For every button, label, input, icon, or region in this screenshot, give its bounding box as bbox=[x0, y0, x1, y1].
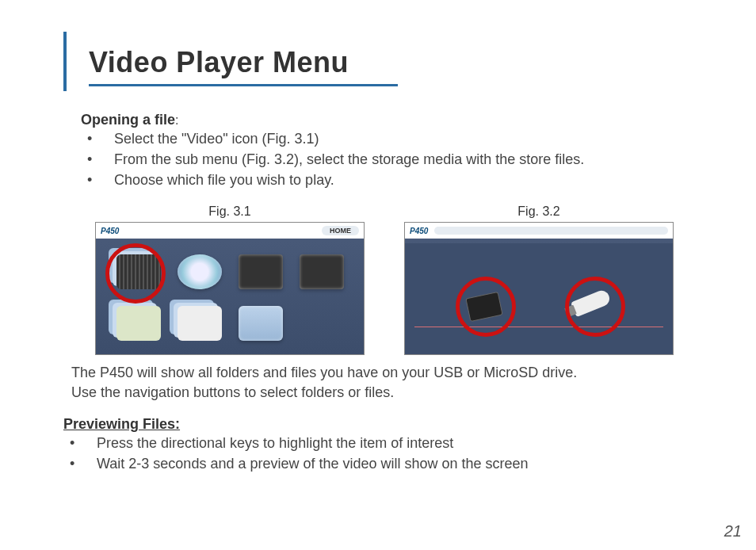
connector-icon bbox=[300, 254, 344, 289]
device-logo: P450 bbox=[101, 227, 119, 235]
opening-section: Opening a file: Select the "Video" icon … bbox=[63, 112, 708, 190]
preview-bullets: Press the directional keys to highlight … bbox=[63, 433, 708, 474]
post-figure-text: The P450 will show all folders and files… bbox=[63, 363, 708, 403]
list-item: Choose which file you wish to play. bbox=[87, 170, 708, 190]
opening-heading-suffix: : bbox=[175, 113, 178, 127]
fig-caption: Fig. 3.1 bbox=[208, 204, 250, 219]
fig-header-bar: P450 HOME bbox=[96, 223, 364, 239]
opening-heading-line: Opening a file: bbox=[81, 112, 708, 128]
music-icon bbox=[178, 254, 222, 289]
preview-heading: Previewing Files: bbox=[63, 416, 708, 433]
body-text-line: Use the navigation buttons to select fol… bbox=[71, 383, 708, 403]
microsd-icon bbox=[465, 292, 502, 322]
fig-3-2-screenshot: P450 bbox=[404, 222, 674, 355]
usb-icon bbox=[571, 288, 612, 317]
list-item: Select the "Video" icon (Fig. 3.1) bbox=[87, 128, 708, 149]
page-number: 21 bbox=[724, 522, 742, 540]
floor-line bbox=[414, 327, 663, 327]
storage-select-body bbox=[405, 243, 673, 354]
opening-heading: Opening a file bbox=[81, 112, 175, 128]
video-icon bbox=[116, 254, 161, 289]
document-icon bbox=[178, 306, 222, 341]
cable-icon bbox=[239, 254, 283, 289]
figures-row: Fig. 3.1 P450 HOME bbox=[63, 204, 708, 355]
list-item: From the sub menu (Fig. 3.2), select the… bbox=[87, 149, 708, 170]
body-text-line: The P450 will show all folders and files… bbox=[71, 363, 708, 383]
opening-bullets: Select the "Video" icon (Fig. 3.1) From … bbox=[81, 128, 708, 190]
list-item: Press the directional keys to highlight … bbox=[70, 433, 708, 453]
fig-3-1-screenshot: P450 HOME bbox=[95, 222, 365, 355]
home-pill: HOME bbox=[322, 226, 359, 235]
title-block: Video Player Menu bbox=[63, 32, 708, 91]
preview-section: Previewing Files: Press the directional … bbox=[63, 416, 708, 474]
page-title: Video Player Menu bbox=[89, 46, 708, 79]
list-item: Wait 2-3 seconds and a preview of the vi… bbox=[70, 453, 708, 474]
figure-3-1: Fig. 3.1 P450 HOME bbox=[95, 204, 365, 355]
device-logo: P450 bbox=[410, 227, 428, 235]
photos-icon bbox=[116, 306, 161, 341]
figure-3-2: Fig. 3.2 P450 bbox=[404, 204, 674, 355]
fig-caption: Fig. 3.2 bbox=[517, 204, 559, 219]
title-underline bbox=[89, 84, 398, 86]
home-menu-grid bbox=[96, 243, 364, 354]
settings-icon bbox=[239, 306, 283, 341]
breadcrumb-pill bbox=[434, 227, 668, 235]
storage-items bbox=[405, 295, 673, 319]
fig-header-bar: P450 bbox=[405, 223, 673, 239]
manual-page: Video Player Menu Opening a file: Select… bbox=[0, 0, 756, 550]
